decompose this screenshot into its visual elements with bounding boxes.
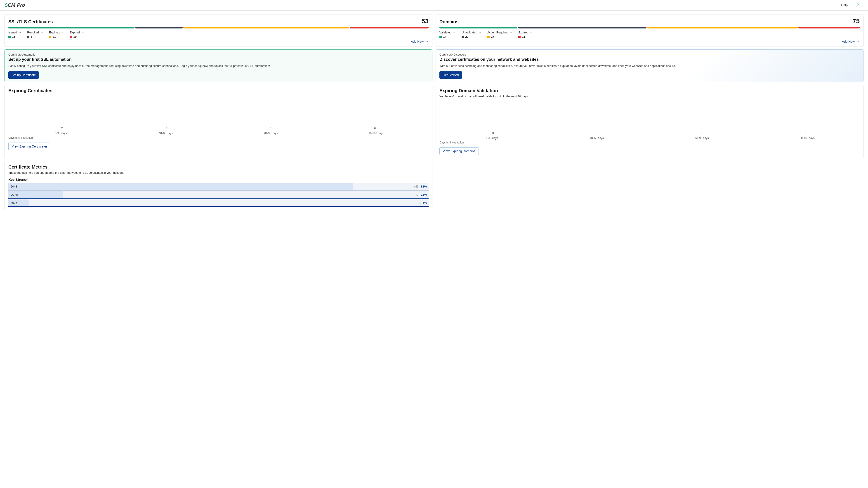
setup-certificate-button[interactable]: Set up Certificate [8, 71, 39, 78]
automation-kicker: Certificate Automation [8, 53, 429, 56]
ssl-legend-expired[interactable]: Expired→ 10 [70, 31, 84, 38]
ssl-legend-expiring[interactable]: Expiring→ 21 [49, 31, 64, 38]
help-label: Help [841, 3, 848, 7]
expiring-domains-note: You have 0 domains that will need valida… [439, 95, 860, 98]
ssl-status-bar [8, 27, 429, 29]
chevron-down-icon [848, 4, 851, 6]
discovery-kicker: Certificate Discovery [439, 53, 860, 56]
discovery-title: Discover certificates on your network an… [439, 57, 860, 62]
user-menu[interactable] [855, 3, 864, 7]
ssl-title: SSL/TLS Certificates [8, 19, 53, 24]
domains-total: 75 [852, 18, 860, 25]
domains-legend: Validated→ 14 Unvalidated→ 23 Action Req… [439, 31, 860, 38]
key-strength-row[interactable]: 4096(3)5% [8, 199, 429, 207]
discovery-desc: With our advanced scanning and monitorin… [439, 64, 809, 68]
expiring-certs-title: Expiring Certificates [8, 88, 429, 93]
domains-summary-card: Domains 75 Validated→ 14 Unvalidated→ 23 [436, 14, 864, 47]
key-strength-row[interactable]: Other(7)13% [8, 191, 429, 199]
svg-point-0 [857, 4, 859, 5]
expiring-certs-axis: Days until expiration [8, 136, 429, 139]
ssl-add-new-link[interactable]: Add New → [411, 40, 429, 43]
view-expiring-domains-button[interactable]: View Expiring Domains [439, 147, 479, 155]
view-expiring-certificates-button[interactable]: View Expiring Certificates [8, 142, 51, 150]
automation-title: Set up your first SSL automation [8, 57, 429, 62]
expiring-domains-axis: Days until expiration [439, 141, 860, 144]
domains-legend-action-required[interactable]: Action Required→ 27 [487, 31, 513, 38]
ssl-legend-issued[interactable]: Issued→ 16 [8, 31, 21, 38]
ssl-legend-revoked[interactable]: Revoked→ 6 [27, 31, 43, 38]
domains-legend-validated[interactable]: Validated→ 14 [439, 31, 456, 38]
app-header: SCM™Pro Help [0, 0, 868, 11]
discovery-promo-card: Certificate Discovery Discover certifica… [436, 50, 864, 82]
metrics-title: Certificate Metrics [8, 164, 429, 170]
key-strength-heading: Key Strength [8, 177, 429, 182]
ssl-legend: Issued→ 16 Revoked→ 6 Expiring→ 21 Expir… [8, 31, 429, 38]
domains-add-new-link[interactable]: Add New → [842, 40, 860, 43]
domains-legend-unvalidated[interactable]: Unvalidated→ 23 [462, 31, 482, 38]
domains-title: Domains [439, 19, 458, 24]
help-menu[interactable]: Help [841, 3, 851, 7]
ssl-total: 53 [422, 18, 429, 25]
expiring-domains-card: Expiring Domain Validation You have 0 do… [436, 85, 864, 158]
automation-promo-card: Certificate Automation Set up your first… [4, 50, 432, 82]
key-strength-row[interactable]: 2048(45)82% [8, 183, 429, 191]
certificate-metrics-card: Certificate Metrics These metrics help y… [4, 161, 432, 211]
get-started-button[interactable]: Get Started [439, 71, 462, 78]
user-icon [855, 3, 860, 7]
chevron-down-icon [861, 4, 864, 6]
metrics-desc: These metrics help you understand the di… [8, 171, 429, 174]
logo: SCM™Pro [4, 2, 25, 8]
domains-status-bar [439, 27, 860, 29]
expiring-certificates-card: Expiring Certificates 21330 0-30 days31-… [4, 85, 432, 158]
expiring-certs-chart: 21330 [8, 96, 429, 130]
expiring-domains-title: Expiring Domain Validation [439, 88, 860, 93]
automation-desc: Easily configure your first SSL certific… [8, 64, 378, 68]
expiring-domains-chart: 0001 [439, 101, 860, 135]
ssl-summary-card: SSL/TLS Certificates 53 Issued→ 16 Revok… [4, 14, 432, 47]
domains-legend-expired[interactable]: Expired→ 11 [518, 31, 532, 38]
